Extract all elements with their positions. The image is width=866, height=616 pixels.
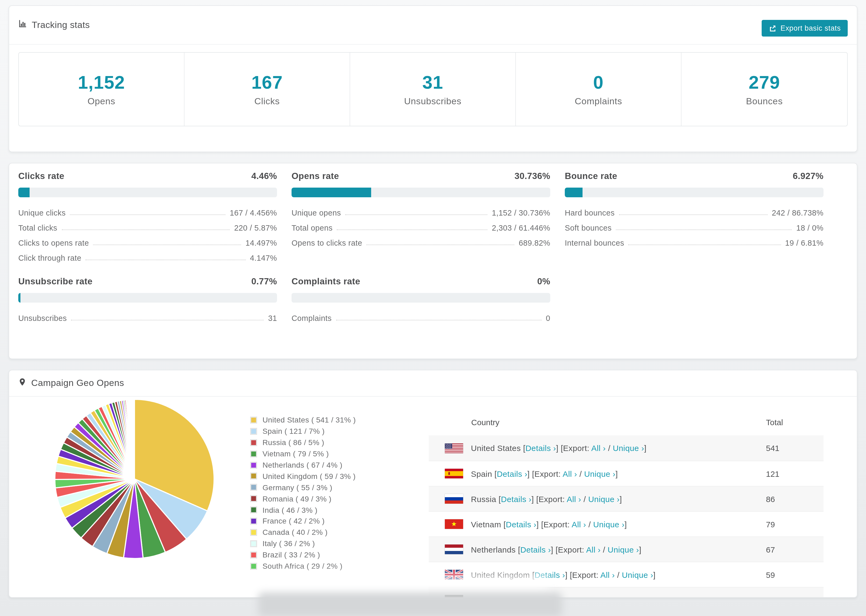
dotted-leader	[367, 245, 515, 245]
rate-value: 30.736%	[515, 171, 550, 181]
flag-vn-icon	[444, 519, 463, 529]
rate-rows: Unsubscribes31	[18, 309, 277, 324]
rate-section-header: Bounce rate6.927%	[565, 171, 823, 181]
legend-label: Romania ( 49 / 3% )	[263, 494, 332, 503]
rate-value: 4.46%	[251, 171, 277, 181]
country-cell: United States [Details ›] [Export: All ›…	[471, 443, 766, 453]
dotted-leader	[628, 245, 781, 245]
legend-swatch	[250, 484, 257, 491]
legend-item: United Kingdom ( 59 / 3% )	[250, 471, 356, 482]
bar-chart-icon	[18, 19, 27, 31]
rate-title: Opens rate	[291, 171, 339, 181]
rate-title: Clicks rate	[18, 171, 64, 181]
rate-row: Unsubscribes31	[18, 309, 277, 324]
export-unique-link[interactable]: Unique ›	[612, 443, 644, 453]
export-all-link[interactable]: All ›	[572, 520, 586, 529]
export-unique-link[interactable]: Unique ›	[608, 545, 639, 554]
details-link[interactable]: Details ›	[506, 520, 537, 529]
legend-label: Germany ( 55 / 3% )	[263, 483, 332, 492]
legend-label: Spain ( 121 / 7% )	[263, 427, 324, 436]
progress-bar-track	[18, 188, 277, 197]
geo-table-header-country: Country	[429, 418, 766, 427]
rate-row-label: Internal bounces	[565, 239, 624, 249]
stat-cell: 31Unsubscribes	[350, 53, 516, 126]
rate-row-value: 31	[268, 314, 277, 324]
legend-item: India ( 46 / 3% )	[250, 504, 356, 515]
export-all-link[interactable]: All ›	[600, 570, 615, 579]
details-link[interactable]: Details ›	[520, 545, 551, 554]
export-unique-link[interactable]: Unique ›	[584, 469, 616, 478]
rate-value: 6.927%	[793, 171, 823, 181]
page-scrollbar-artifact	[258, 592, 562, 616]
details-link[interactable]: Details ›	[501, 494, 532, 503]
legend-label: United States ( 541 / 31% )	[263, 416, 356, 424]
progress-bar-track	[291, 188, 550, 197]
geo-card-title-text: Campaign Geo Opens	[31, 378, 124, 389]
rate-row-label: Complaints	[291, 314, 332, 324]
stats-grid: 1,152Opens167Clicks31Unsubscribes0Compla…	[18, 52, 848, 126]
stat-label: Complaints	[575, 96, 622, 107]
legend-label: United Kingdom ( 59 / 3% )	[263, 472, 356, 481]
rate-row-value: 0	[546, 314, 550, 324]
rate-section-header: Unsubscribe rate0.77%	[18, 276, 277, 286]
progress-bar-track	[565, 188, 823, 197]
legend-item: Netherlands ( 67 / 4% )	[250, 459, 356, 471]
legend-label: Netherlands ( 67 / 4% )	[263, 460, 342, 469]
country-cell: Netherlands [Details ›] [Export: All › /…	[471, 545, 766, 554]
export-unique-link[interactable]: Unique ›	[588, 494, 620, 503]
map-pin-icon	[18, 378, 26, 389]
total-cell: 59	[766, 570, 823, 579]
legend-item: Romania ( 49 / 3% )	[250, 493, 356, 504]
legend-label: Brazil ( 33 / 2% )	[263, 550, 320, 559]
export-basic-stats-button[interactable]: Export basic stats	[762, 20, 848, 36]
details-link[interactable]: Details ›	[526, 443, 556, 453]
country-cell: Spain [Details ›] [Export: All › / Uniqu…	[471, 469, 766, 478]
rate-value: 0%	[537, 276, 551, 286]
total-cell: 67	[766, 545, 823, 554]
table-row: United States [Details ›] [Export: All ›…	[429, 435, 823, 460]
tracking-stats-header: Tracking stats	[9, 6, 857, 45]
export-unique-link[interactable]: Unique ›	[622, 570, 653, 579]
rate-row-value: 220 / 5.87%	[234, 224, 277, 234]
rate-row-label: Hard bounces	[565, 209, 614, 219]
stat-label: Unsubscribes	[404, 96, 461, 107]
rate-row: Complaints0	[291, 309, 550, 324]
rate-section: Clicks rate4.46%Unique clicks167 / 4.456…	[18, 171, 277, 264]
progress-bar-fill	[18, 188, 30, 197]
progress-bar-track	[291, 293, 550, 303]
progress-bar-fill	[291, 188, 371, 197]
export-all-link[interactable]: All ›	[591, 443, 606, 453]
stat-value: 0	[593, 72, 604, 93]
rate-section-header: Opens rate30.736%	[291, 171, 550, 181]
legend-item: Canada ( 40 / 2% )	[250, 527, 356, 538]
rate-row-value: 19 / 6.81%	[785, 239, 823, 249]
geo-table: Country Total United States [Details ›] …	[429, 409, 823, 597]
rate-rows: Unique opens1,152 / 30.736%Total opens2,…	[291, 204, 550, 249]
legend-label: France ( 42 / 2% )	[263, 517, 324, 525]
export-unique-link[interactable]: Unique ›	[593, 520, 625, 529]
geo-table-body: United States [Details ›] [Export: All ›…	[429, 435, 823, 597]
legend-item: United States ( 541 / 31% )	[250, 415, 356, 426]
legend-swatch	[250, 428, 257, 435]
export-all-link[interactable]: All ›	[567, 494, 581, 503]
dotted-leader	[61, 229, 230, 230]
stat-value: 167	[252, 72, 283, 93]
details-link[interactable]: Details ›	[497, 469, 527, 478]
legend-item: Vietnam ( 79 / 5% )	[250, 448, 356, 459]
export-all-link[interactable]: All ›	[586, 545, 601, 554]
rate-row-value: 2,303 / 61.446%	[492, 224, 550, 234]
flag-ru-icon	[444, 494, 463, 504]
legend-swatch	[250, 462, 257, 468]
legend-label: Italy ( 36 / 2% )	[263, 539, 315, 548]
stat-cell: 167Clicks	[184, 53, 350, 126]
export-all-link[interactable]: All ›	[563, 469, 577, 478]
stat-cell: 0Complaints	[516, 53, 682, 126]
dotted-leader	[345, 214, 488, 215]
total-cell: 79	[766, 520, 823, 529]
legend-swatch	[250, 439, 257, 446]
legend-swatch	[250, 495, 257, 502]
rate-row-label: Opens to clicks rate	[291, 239, 362, 249]
dotted-leader	[337, 229, 488, 230]
rate-row: Unique opens1,152 / 30.736%	[291, 204, 550, 219]
rate-title: Bounce rate	[565, 171, 617, 181]
